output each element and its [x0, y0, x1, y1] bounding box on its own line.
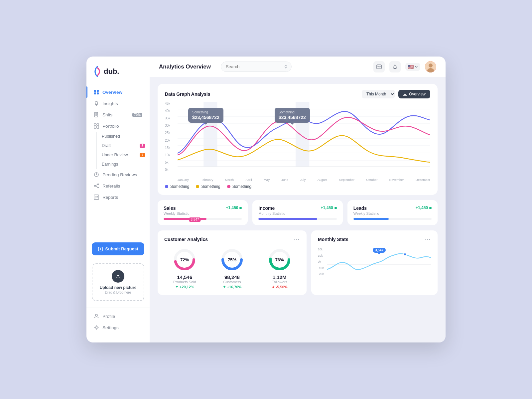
chevron-down-icon	[415, 66, 418, 68]
stat-header-sales: Sales +1,450	[164, 205, 242, 211]
file-icon	[94, 112, 99, 117]
stat-change-income: +1,450	[321, 205, 337, 210]
svg-point-27	[429, 64, 433, 67]
flag-emoji: 🇺🇸	[408, 64, 414, 69]
sub-item-published[interactable]: Published	[97, 132, 150, 141]
user-icon	[94, 314, 99, 319]
legend-dot-1	[196, 185, 199, 188]
bell-icon	[393, 64, 397, 69]
analytics-change-followers: -5,50%	[268, 285, 292, 289]
chart-icon	[94, 195, 99, 200]
nav-section: Overview Insights Shits	[86, 86, 150, 238]
sidebar-item-settings[interactable]: Settings	[86, 322, 150, 333]
monthly-stats-title: Monthly Stats	[318, 237, 348, 242]
upload-title: Upload new picture	[96, 285, 140, 290]
svg-line-17	[95, 185, 98, 186]
sub-item-underreview[interactable]: Under Review 7	[97, 150, 150, 160]
svg-rect-11	[94, 126, 96, 128]
logo-area: dub.	[86, 66, 150, 77]
submit-btn-label: Submit Request	[105, 246, 138, 251]
analytics-item-2: 76% 1,12M Followers -5,50%	[268, 248, 292, 289]
legend-dot-0	[165, 185, 168, 188]
stat-header-leads: Leads +1,450	[353, 205, 432, 211]
submit-request-button[interactable]: Submit Request	[92, 242, 144, 255]
svg-rect-3	[97, 92, 99, 94]
svg-rect-1	[97, 90, 99, 92]
sub-item-earnings[interactable]: Earnings	[97, 160, 150, 169]
sidebar-item-label-profile: Profile	[102, 314, 115, 319]
monthly-tooltip: 3,547	[373, 248, 386, 253]
sidebar-item-label-overview: Overview	[102, 90, 122, 95]
sidebar-item-label-insights: Insights	[102, 101, 118, 106]
sidebar-item-overview[interactable]: Overview	[86, 86, 150, 98]
stat-change-dot-leads	[429, 207, 432, 209]
avatar[interactable]	[425, 61, 436, 72]
period-select[interactable]: This Month	[362, 90, 395, 98]
monthly-stats-header: Monthly Stats ···	[318, 236, 431, 242]
svg-point-15	[94, 186, 95, 187]
mail-button[interactable]	[373, 61, 385, 72]
svg-rect-2	[94, 92, 96, 94]
upload-area[interactable]: Upload new picture Drag & Drop here	[92, 263, 144, 301]
app-container: dub. Overview Insights	[86, 57, 446, 342]
logo-icon	[94, 66, 101, 77]
svg-rect-25	[377, 65, 381, 69]
sidebar-item-reports[interactable]: Reports	[86, 192, 150, 203]
sidebar-item-referalls[interactable]: Referalls	[86, 180, 150, 192]
chart-wrap: 45k 40k 35k 30k 25k 20k 15k 10k 5k 0k	[165, 102, 430, 182]
search-input[interactable]	[221, 62, 292, 72]
customer-analytics-menu[interactable]: ···	[294, 236, 300, 242]
language-button[interactable]: 🇺🇸	[405, 63, 420, 71]
share-icon	[94, 183, 99, 189]
gear-icon	[94, 325, 99, 330]
upload-subtitle: Drag & Drop here	[96, 291, 140, 294]
sidebar-item-pending[interactable]: Pending Reviews	[86, 169, 150, 180]
monthly-stats-menu[interactable]: ···	[425, 236, 431, 242]
svg-point-16	[98, 187, 99, 188]
stat-card-sales: Sales +1,450 Weekly Statistic 3,547	[158, 200, 248, 225]
customer-analytics-header: Customer Analytics ···	[164, 236, 300, 242]
stats-row: Sales +1,450 Weekly Statistic 3,547	[158, 200, 438, 225]
donut-products: 72%	[173, 248, 197, 272]
sidebar-item-insights[interactable]: Insights	[86, 98, 150, 109]
analytics-items: 72% 14,546 Products Sold +20,12%	[164, 248, 300, 289]
stat-bar-income	[258, 218, 317, 220]
download-icon	[403, 92, 407, 96]
sub-item-draft[interactable]: Draft 5	[97, 141, 150, 150]
stat-card-income: Income +1,450 Monthly Statistic	[252, 200, 342, 225]
sidebar-item-portfolio[interactable]: Portfolio	[86, 120, 150, 132]
svg-point-48	[404, 253, 406, 256]
sidebar-item-label-settings: Settings	[102, 325, 119, 330]
overview-button[interactable]: Overview	[398, 90, 430, 98]
y-axis: 45k 40k 35k 30k 25k 20k 15k 10k 5k 0k	[165, 102, 177, 172]
analytics-item-1: 75% 98,248 Customers +16,70%	[220, 248, 244, 289]
content-area: Data Graph Analysis This Month Overview	[150, 77, 446, 342]
svg-rect-9	[94, 124, 96, 125]
svg-rect-12	[97, 126, 99, 128]
stat-change-dot-sales	[239, 207, 242, 209]
donut-customers: 75%	[220, 248, 244, 272]
donut-label-followers: 76%	[275, 257, 284, 262]
monthly-stats-card: Monthly Stats ··· 20k 10k 0k -10k -20k	[311, 230, 438, 295]
notification-button[interactable]	[389, 61, 401, 72]
chart-title: Data Graph Analysis	[165, 91, 362, 97]
stat-name-income: Income	[258, 205, 275, 211]
header-actions: 🇺🇸	[373, 61, 436, 72]
svg-rect-29	[203, 102, 217, 167]
customer-analytics-card: Customer Analytics ··· 72%	[158, 230, 307, 295]
page-title: Analytics Overview	[159, 64, 211, 70]
upload-icon	[115, 274, 121, 279]
avatar-image	[425, 61, 436, 72]
chart-legend: Something Something Something	[165, 184, 430, 189]
legend-label-1: Something	[201, 184, 220, 189]
sidebar-item-label-pending: Pending Reviews	[102, 172, 137, 177]
main-content: Analytics Overview ⚲	[150, 57, 446, 342]
sidebar-item-shits[interactable]: Shits 70%	[86, 109, 150, 120]
sidebar-item-profile[interactable]: Profile	[86, 311, 150, 322]
donut-followers: 76%	[268, 248, 292, 272]
analytics-change-products: +20,12%	[173, 285, 197, 289]
stat-bar-wrap-leads	[353, 218, 432, 220]
upload-circle	[112, 270, 124, 283]
squares-icon	[94, 123, 99, 129]
sidebar: dub. Overview Insights	[86, 57, 150, 342]
